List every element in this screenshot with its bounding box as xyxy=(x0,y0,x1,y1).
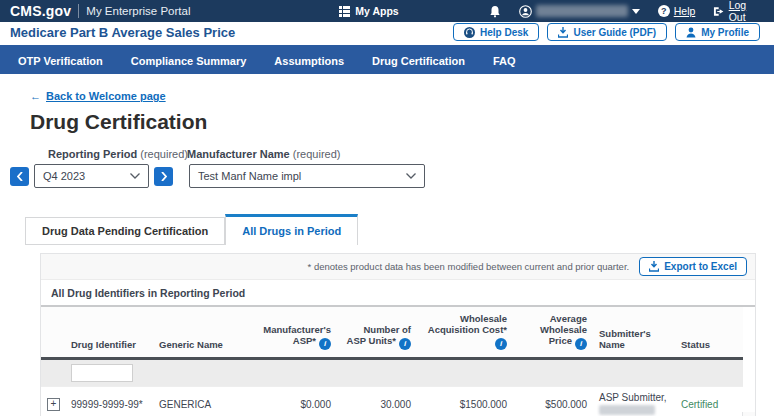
previous-period-button[interactable] xyxy=(10,167,29,186)
all-drugs-panel: * denotes product data has been modified… xyxy=(40,253,756,416)
my-profile-button[interactable]: My Profile xyxy=(675,23,760,41)
table-note-row: * denotes product data has been modified… xyxy=(41,254,755,280)
headset-icon xyxy=(464,27,475,38)
help-label: Help xyxy=(674,5,696,17)
notifications-bell-icon[interactable] xyxy=(489,5,501,18)
download-icon xyxy=(649,261,659,272)
table-filter-row xyxy=(41,358,743,386)
col-average-wholesale-price: Average Wholesale Pricei xyxy=(513,307,593,358)
my-apps-button[interactable]: My Apps xyxy=(249,5,488,17)
chevron-down-icon xyxy=(130,173,140,179)
drug-identifiers-table: Drug Identifier Generic Name Manufacture… xyxy=(41,307,743,416)
header-buttons: Help Desk User Guide (PDF) My Profile xyxy=(453,23,760,41)
nav-item-otp-verification[interactable]: OTP Verification xyxy=(4,48,117,74)
export-to-excel-button[interactable]: Export to Excel xyxy=(639,257,747,276)
next-period-button[interactable] xyxy=(154,167,173,186)
manufacturer-name-select[interactable]: Test Manf Name impl xyxy=(189,164,425,188)
info-icon[interactable]: i xyxy=(319,338,331,350)
log-out-icon xyxy=(713,6,724,17)
primary-nav: OTP Verification Compliance Summary Assu… xyxy=(0,48,774,74)
section-title: All Drug Identifiers in Reporting Period xyxy=(41,280,755,307)
my-profile-label: My Profile xyxy=(701,27,749,38)
user-avatar-icon xyxy=(519,5,532,18)
back-to-welcome-link[interactable]: ← Back to Welcome page xyxy=(30,90,166,102)
col-status: Status xyxy=(675,307,743,358)
back-link-label: Back to Welcome page xyxy=(46,90,166,102)
topbar-right: ? Help Log Out xyxy=(489,0,764,23)
asp-units-cell: 30.000 xyxy=(337,386,417,416)
col-manufacturers-asp: Manufacturer's ASP*i xyxy=(257,307,337,358)
back-arrow-icon: ← xyxy=(30,90,41,102)
user-account-menu[interactable] xyxy=(519,5,640,18)
tab-all-drugs-in-period[interactable]: All Drugs in Period xyxy=(225,214,358,245)
drug-identifier-filter-input[interactable] xyxy=(71,364,133,382)
redacted-submitter-name xyxy=(599,405,655,415)
wac-cell: $1500.000 xyxy=(417,386,513,416)
manufacturers-asp-cell: $0.000 xyxy=(257,386,337,416)
manufacturer-name-value: Test Manf Name impl xyxy=(198,170,301,182)
info-icon[interactable]: i xyxy=(399,338,411,350)
col-wholesale-acquisition-cost: Wholesale Acquisition Cost*i xyxy=(417,307,513,358)
submitter-cell: ASP Submitter, xyxy=(593,386,675,416)
table-scrollbar[interactable]: ▲ xyxy=(742,412,755,416)
expand-column-header xyxy=(41,307,65,358)
brand-divider xyxy=(78,4,79,18)
nav-item-drug-certification[interactable]: Drug Certification xyxy=(358,48,479,74)
col-drug-identifier: Drug Identifier xyxy=(65,307,153,358)
screen: CMS.gov My Enterprise Portal My Apps xyxy=(0,0,774,416)
modified-data-footnote: * denotes product data has been modified… xyxy=(308,261,630,272)
expand-row-button[interactable]: + xyxy=(47,398,60,411)
help-link[interactable]: ? Help xyxy=(658,5,696,17)
chevron-down-icon xyxy=(632,9,640,14)
page-title: Drug Certification xyxy=(30,110,756,134)
status-cell: Certified xyxy=(675,386,743,416)
table-header-row: Drug Identifier Generic Name Manufacture… xyxy=(41,307,743,358)
tab-drug-data-pending-certification[interactable]: Drug Data Pending Certification xyxy=(25,217,225,245)
col-number-of-asp-units: Number of ASP Units*i xyxy=(337,307,417,358)
drug-identifier-cell: 99999-9999-99* xyxy=(65,386,153,416)
chevron-down-icon xyxy=(406,173,416,179)
chevron-left-icon xyxy=(17,172,23,181)
redacted-username xyxy=(536,5,628,17)
nav-item-compliance-summary[interactable]: Compliance Summary xyxy=(117,48,261,74)
user-guide-label: User Guide (PDF) xyxy=(573,27,656,38)
log-out-label: Log Out xyxy=(729,0,764,23)
app-header: Medicare Part B Average Sales Price Help… xyxy=(0,22,774,48)
help-desk-button[interactable]: Help Desk xyxy=(453,23,539,41)
filter-form: Reporting Period (required) Manufacturer… xyxy=(30,148,756,198)
manufacturer-name-label: Manufacturer Name (required) xyxy=(187,148,340,160)
nav-item-faq[interactable]: FAQ xyxy=(479,48,530,74)
drug-tabs: Drug Data Pending Certification All Drug… xyxy=(25,214,756,245)
person-icon xyxy=(686,27,696,38)
user-guide-button[interactable]: User Guide (PDF) xyxy=(547,23,667,41)
chevron-right-icon xyxy=(161,172,167,181)
awp-cell: $500.000 xyxy=(513,386,593,416)
table-row: + 99999-9999-99* GENERICA $0.000 30.000 … xyxy=(41,386,743,416)
col-submitters-name: Submitter's Name xyxy=(593,307,675,358)
col-generic-name: Generic Name xyxy=(153,307,257,358)
filter-controls: Q4 2023 Test Manf Name impl xyxy=(10,164,425,188)
enterprise-top-bar: CMS.gov My Enterprise Portal My Apps xyxy=(0,0,774,22)
help-desk-label: Help Desk xyxy=(480,27,528,38)
my-apps-label: My Apps xyxy=(355,5,398,17)
apps-grid-icon xyxy=(339,6,350,17)
portal-name: My Enterprise Portal xyxy=(86,5,190,17)
app-title: Medicare Part B Average Sales Price xyxy=(10,25,453,40)
reporting-period-label: Reporting Period (required) xyxy=(48,148,188,160)
generic-name-cell: GENERICA xyxy=(153,386,257,416)
help-question-icon: ? xyxy=(658,5,670,17)
log-out-link[interactable]: Log Out xyxy=(713,0,764,23)
brand-area: CMS.gov My Enterprise Portal xyxy=(10,3,249,19)
download-icon xyxy=(558,27,568,38)
reporting-period-select[interactable]: Q4 2023 xyxy=(34,164,149,188)
info-icon[interactable]: i xyxy=(495,338,507,350)
reporting-period-value: Q4 2023 xyxy=(43,170,85,182)
export-to-excel-label: Export to Excel xyxy=(664,261,737,272)
cms-logo: CMS.gov xyxy=(10,3,71,19)
nav-item-assumptions[interactable]: Assumptions xyxy=(260,48,358,74)
main-content: ← Back to Welcome page Drug Certificatio… xyxy=(0,74,774,416)
info-icon[interactable]: i xyxy=(575,338,587,350)
